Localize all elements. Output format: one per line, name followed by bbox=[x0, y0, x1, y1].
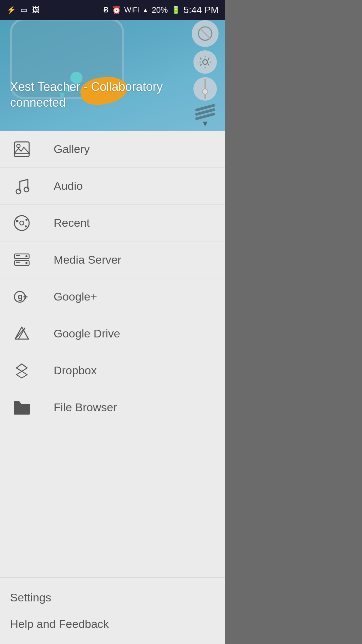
svg-rect-18 bbox=[16, 255, 20, 256]
svg-point-10 bbox=[20, 221, 24, 225]
menu-item-google-drive[interactable]: Google Drive bbox=[0, 315, 225, 352]
image-icon bbox=[10, 138, 34, 161]
media-server-label: Media Server bbox=[54, 253, 121, 266]
svg-point-9 bbox=[14, 216, 29, 230]
svg-line-1 bbox=[200, 29, 210, 39]
audio-label: Audio bbox=[54, 179, 83, 193]
drive-icon bbox=[10, 322, 34, 345]
google-plus-label: Google+ bbox=[54, 290, 97, 303]
dropbox-icon bbox=[10, 359, 34, 382]
status-time: 5:44 PM bbox=[184, 5, 219, 15]
music-icon bbox=[10, 174, 34, 198]
recent-icon bbox=[10, 211, 34, 235]
settings-footer-item[interactable]: Settings bbox=[10, 584, 215, 611]
menu-item-google-plus[interactable]: g Google+ bbox=[0, 278, 225, 315]
slider-icon bbox=[193, 77, 217, 101]
menu-item-recent[interactable]: Recent bbox=[0, 205, 225, 241]
file-browser-label: File Browser bbox=[54, 401, 117, 414]
menu-item-audio[interactable]: Audio bbox=[0, 168, 225, 205]
battery-percentage: 20% bbox=[152, 5, 168, 15]
wifi-icon: WiFi bbox=[124, 6, 139, 14]
menu-panel: Gallery Audio bbox=[0, 131, 225, 644]
google-plus-icon: g bbox=[10, 285, 34, 309]
battery-icon: 🔋 bbox=[171, 6, 180, 14]
cast-status-icon: ▭ bbox=[20, 6, 27, 14]
bluetooth-icon: Ƀ bbox=[104, 6, 109, 14]
status-bar-left: ⚡ ▭ 🖼 bbox=[7, 6, 40, 14]
svg-rect-5 bbox=[14, 142, 29, 157]
svg-point-8 bbox=[24, 187, 29, 192]
svg-text:g: g bbox=[18, 292, 23, 301]
server-icon bbox=[10, 248, 34, 272]
status-bar-right: Ƀ ⏰ WiFi ▲ 20% 🔋 5:44 PM bbox=[104, 5, 219, 15]
cast-icon bbox=[192, 20, 219, 47]
header-title: Xest Teacher - Collaboratory connected bbox=[10, 79, 163, 111]
svg-point-4 bbox=[202, 89, 208, 94]
folder-icon bbox=[10, 396, 34, 419]
svg-point-13 bbox=[25, 225, 27, 227]
signal-icon: ▲ bbox=[142, 7, 148, 14]
status-bar: ⚡ ▭ 🖼 Ƀ ⏰ WiFi ▲ 20% 🔋 5:44 PM bbox=[0, 0, 225, 20]
menu-item-gallery[interactable]: Gallery bbox=[0, 131, 225, 168]
usb-icon: ⚡ bbox=[7, 6, 16, 14]
settings-icon bbox=[193, 50, 217, 74]
google-drive-label: Google Drive bbox=[54, 327, 120, 340]
gallery-label: Gallery bbox=[54, 143, 90, 156]
svg-point-17 bbox=[25, 262, 27, 264]
dropbox-label: Dropbox bbox=[54, 364, 97, 377]
menu-items-list: Gallery Audio bbox=[0, 131, 225, 577]
header-right-icons: ▾ bbox=[192, 20, 219, 131]
menu-footer: Settings Help and Feedback bbox=[0, 578, 225, 644]
menu-item-media-server[interactable]: Media Server bbox=[0, 241, 225, 278]
stripe-area: ▾ bbox=[193, 104, 217, 131]
help-footer-item[interactable]: Help and Feedback bbox=[10, 611, 215, 637]
recent-label: Recent bbox=[54, 216, 90, 229]
svg-marker-28 bbox=[16, 364, 27, 371]
svg-point-7 bbox=[16, 189, 21, 194]
menu-item-file-browser[interactable]: File Browser bbox=[0, 389, 225, 426]
alarm-icon: ⏰ bbox=[112, 6, 121, 14]
svg-rect-19 bbox=[16, 262, 20, 263]
menu-item-dropbox[interactable]: Dropbox bbox=[0, 352, 225, 389]
right-panel bbox=[225, 0, 362, 644]
svg-point-6 bbox=[17, 144, 20, 148]
svg-point-2 bbox=[203, 60, 207, 64]
svg-point-12 bbox=[25, 219, 27, 221]
svg-point-15 bbox=[25, 255, 27, 257]
image-status-icon: 🖼 bbox=[32, 6, 40, 14]
svg-point-11 bbox=[16, 220, 18, 222]
